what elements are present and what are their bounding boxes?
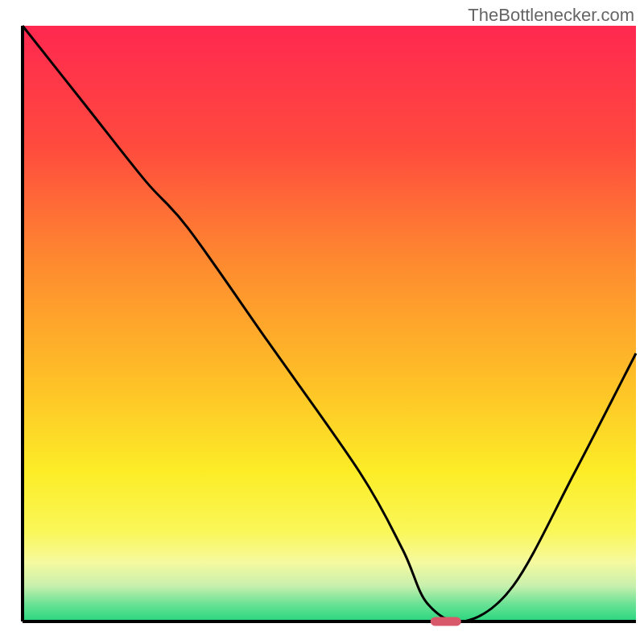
optimum-marker (431, 617, 461, 625)
watermark-text: TheBottleneсker.com (468, 5, 634, 26)
chart-svg (0, 0, 644, 644)
chart-container: TheBottleneсker.com (0, 0, 644, 644)
